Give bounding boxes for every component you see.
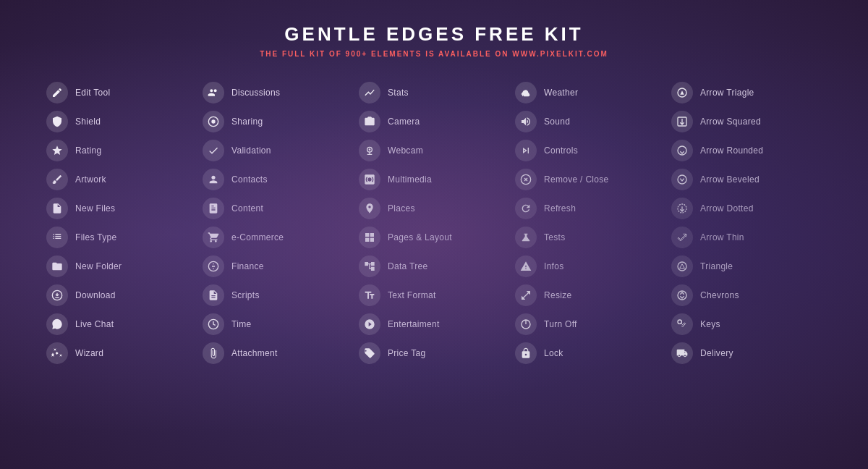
item-label: Lock [544,348,563,358]
list-item[interactable]: Validation [200,136,356,165]
list-item[interactable]: Text Format [356,281,512,310]
sound-icon [515,111,537,132]
triangle-icon [671,255,693,277]
item-label: e-Commerce [231,232,284,242]
item-label: Download [75,290,116,300]
list-item[interactable]: Arrow Triagle [668,78,825,107]
list-item[interactable]: Sharing [200,107,356,136]
new-files-icon [46,198,68,219]
list-item[interactable]: e-Commerce [200,223,356,252]
list-item[interactable]: Chevrons [668,281,825,310]
item-label: Wizard [75,348,103,358]
list-item[interactable]: Webcam [356,136,512,165]
list-item[interactable]: Places [356,194,512,223]
list-item[interactable]: Arrow Dotted [668,194,825,223]
item-label: Validation [231,145,271,156]
list-item[interactable]: New Folder [43,252,200,281]
list-item[interactable]: Rating [43,136,200,165]
lock-icon [515,342,537,364]
header: GENTLE EDGES FREE KIT THE FULL KIT OF 90… [0,0,868,64]
column-col2: DiscussionsSharingValidationContactsCont… [200,78,356,368]
list-item[interactable]: New Files [43,194,200,223]
svg-point-13 [678,175,686,184]
item-label: Sharing [231,117,263,127]
live-chat-icon [46,313,68,335]
pages---layout-icon [359,227,380,248]
download-icon [46,284,68,306]
list-item[interactable]: Arrow Beveled [668,165,825,194]
list-item[interactable]: Refresh [512,194,668,223]
list-item[interactable]: Triangle [668,252,825,281]
list-item[interactable]: Contacts [200,165,356,194]
item-label: Finance [231,261,264,271]
validation-icon [203,140,224,161]
item-label: Keys [700,319,720,329]
list-item[interactable]: Live Chat [43,310,200,339]
list-item[interactable]: Download [43,281,200,310]
new-folder-icon [46,255,68,277]
item-label: Multimedia [388,174,432,185]
list-item[interactable]: Lock [512,339,668,368]
files-type-icon [46,227,68,248]
subtitle-link[interactable]: WWW.PIXELKIT.COM [512,50,608,58]
list-item[interactable]: Scripts [200,281,356,310]
item-label: Entertaiment [388,319,440,329]
list-item[interactable]: Attachment [200,339,356,368]
item-label: Shield [75,117,101,127]
list-item[interactable]: Entertaiment [356,310,512,339]
list-item[interactable]: Discussions [200,78,356,107]
controls-icon [515,140,537,161]
list-item[interactable]: Camera [356,107,512,136]
list-item[interactable]: Shield [43,107,200,136]
list-item[interactable]: Turn Off [512,310,668,339]
content-icon [203,198,224,219]
item-label: Attachment [231,348,278,358]
price-tag-icon [359,342,380,364]
list-item[interactable]: Multimedia [356,165,512,194]
turn-off-icon [515,313,537,335]
item-label: Content [231,203,263,214]
list-item[interactable]: Infos [512,252,668,281]
list-item[interactable]: Resize [512,281,668,310]
list-item[interactable]: Keys [668,310,825,339]
subtitle-text: THE FULL KIT OF 900+ ELEMENTS IS AVAILAB… [260,50,509,58]
list-item[interactable]: Files Type [43,223,200,252]
item-label: Triangle [700,261,733,271]
list-item[interactable]: Controls [512,136,668,165]
refresh-icon [515,198,537,219]
list-item[interactable]: Arrow Rounded [668,136,825,165]
list-item[interactable]: Delivery [668,339,825,368]
weather-icon [515,82,537,103]
list-item[interactable]: Time [200,310,356,339]
list-item[interactable]: Arrow Thin [668,223,825,252]
list-item[interactable]: Edit Tool [43,78,200,107]
list-item[interactable]: Stats [356,78,512,107]
item-label: Delivery [700,348,733,358]
list-item[interactable]: Wizard [43,339,200,368]
item-label: Chevrons [700,290,739,300]
item-label: Remove / Close [544,174,609,185]
item-label: Tests [544,232,566,242]
item-label: Arrow Squared [700,117,761,127]
stats-icon [359,82,380,103]
list-item[interactable]: Price Tag [356,339,512,368]
item-label: Arrow Beveled [700,174,760,185]
item-label: Controls [544,145,578,156]
list-item[interactable]: Data Tree [356,252,512,281]
item-label: Resize [544,290,571,300]
list-item[interactable]: Finance [200,252,356,281]
column-col3: StatsCameraWebcamMultimediaPlacesPages &… [356,78,512,368]
item-label: Contacts [231,174,268,185]
list-item[interactable]: Content [200,194,356,223]
infos-icon [515,255,537,277]
list-item[interactable]: Tests [512,223,668,252]
list-item[interactable]: Pages & Layout [356,223,512,252]
item-label: Places [388,203,415,214]
list-item[interactable]: Artwork [43,165,200,194]
item-label: Text Format [388,290,436,300]
list-item[interactable]: Remove / Close [512,165,668,194]
resize-icon [515,284,537,306]
list-item[interactable]: Arrow Squared [668,107,825,136]
list-item[interactable]: Weather [512,78,668,107]
list-item[interactable]: Sound [512,107,668,136]
